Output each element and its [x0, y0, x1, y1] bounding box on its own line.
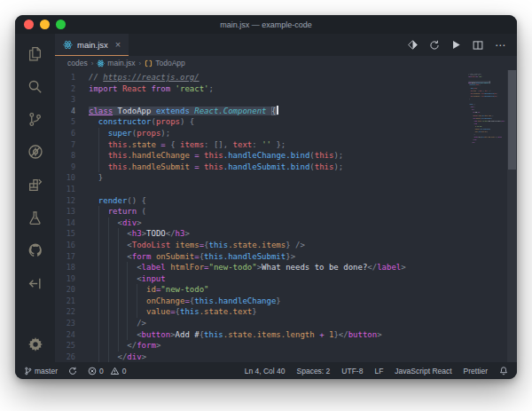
debug-icon[interactable] — [25, 141, 46, 162]
code-line[interactable]: 24 <button>Add #{this.state.items.length… — [55, 329, 466, 341]
code-line[interactable]: 14 <div> — [55, 217, 466, 229]
code-line[interactable]: 9 this.handleSubmit = this.handleSubmit.… — [55, 162, 466, 173]
indent-guide — [108, 273, 109, 285]
code-line[interactable]: 17 <form onSubmit={this.handleSubmit}> — [55, 251, 466, 263]
test-beaker-icon[interactable] — [25, 207, 46, 228]
code-line[interactable]: 16 <TodoList items={this.state.items} /> — [55, 240, 466, 251]
activity-bar — [15, 34, 55, 362]
line-content: id="new-todo" — [87, 284, 208, 296]
code-line[interactable]: 26 </div> — [468, 141, 507, 144]
breadcrumb-separator: › — [91, 59, 94, 67]
line-content: constructor(props) { — [87, 116, 194, 128]
line-content: render() { — [87, 195, 146, 207]
code-token: } — [276, 296, 280, 305]
status-item[interactable]: LF — [374, 367, 383, 375]
extensions-icon[interactable] — [25, 174, 46, 195]
status-item[interactable]: Ln 4, Col 40 — [245, 367, 286, 375]
indent-guide — [118, 284, 119, 296]
indent-guide — [118, 240, 119, 251]
code-line[interactable]: 7 this.state = { items: [], text: '' }; — [55, 139, 466, 151]
settings-gear-icon[interactable] — [25, 334, 46, 355]
code-line[interactable]: 5 constructor(props) { — [55, 116, 466, 128]
error-icon — [88, 367, 97, 375]
line-content: this.handleSubmit = this.handleSubmit.bi… — [87, 162, 343, 173]
code-line[interactable]: 20 id="new-todo" — [55, 284, 466, 296]
minimize-window-icon[interactable] — [40, 20, 50, 29]
run-icon[interactable] — [451, 40, 461, 50]
breadcrumb-file[interactable]: main.jsx — [97, 59, 135, 67]
split-editor-icon[interactable] — [473, 40, 483, 51]
line-number: 21 — [55, 296, 87, 307]
close-window-icon[interactable] — [24, 20, 34, 29]
indent-guide — [98, 206, 99, 217]
more-actions-icon[interactable]: ⋯ — [495, 39, 506, 51]
breadcrumb: codes › main.jsx › — [55, 56, 517, 70]
vertical-scrollbar[interactable] — [507, 70, 517, 362]
code-line[interactable]: 1// https://reactjs.org/ — [55, 72, 466, 83]
zoom-window-icon[interactable] — [56, 20, 66, 29]
code-token: div — [122, 218, 137, 227]
search-icon[interactable] — [25, 75, 46, 97]
line-content: <TodoList items={this.state.items} /> — [87, 240, 305, 251]
sync-icon[interactable] — [429, 40, 440, 51]
indent-guide — [137, 296, 137, 307]
breadcrumb-symbol[interactable]: TodoApp — [145, 59, 185, 67]
indent-guide — [98, 217, 99, 229]
code-token: React.Component — [194, 107, 266, 115]
status-item[interactable]: UTF-8 — [341, 367, 363, 375]
scrollbar-thumb[interactable] — [508, 70, 516, 170]
code-line[interactable]: 23 /> — [55, 318, 466, 329]
problems-status[interactable]: 0 0 — [88, 367, 126, 375]
code-line[interactable]: 25 </form> — [55, 340, 466, 352]
status-item[interactable]: Prettier — [464, 367, 488, 375]
code-line[interactable]: 26 </div> — [55, 352, 466, 362]
code-line[interactable]: 18 <label htmlFor="new-todo">What needs … — [55, 262, 466, 273]
code-token: form — [132, 252, 152, 261]
code-token: .state.items — [228, 241, 286, 249]
explorer-icon[interactable] — [25, 43, 46, 64]
indent-guide — [127, 262, 128, 273]
code-line[interactable]: 22 value={this.state.text} — [55, 306, 466, 318]
code-line[interactable]: 13 return ( — [55, 206, 466, 217]
sync-icon — [68, 367, 77, 375]
source-control-icon[interactable] — [25, 108, 46, 130]
code-line[interactable]: 8 this.handleChange = this.handleChange.… — [55, 150, 466, 162]
code-token: this — [315, 151, 334, 160]
code-line[interactable]: 15 <h3>TODO</h3> — [55, 228, 466, 240]
status-item[interactable]: JavaScript React — [395, 367, 451, 375]
code-token: </ — [339, 330, 348, 339]
breadcrumb-folder[interactable]: codes — [67, 59, 88, 67]
tab-close-icon[interactable]: × — [115, 39, 121, 50]
code-token — [89, 330, 137, 339]
code-line[interactable]: 12 render() { — [55, 195, 466, 207]
code-line[interactable]: 10 } — [55, 172, 466, 184]
indent-guide — [118, 228, 119, 240]
references-icon[interactable] — [25, 273, 46, 294]
tab-main-jsx[interactable]: main.jsx × — [55, 34, 129, 56]
code-token: > — [184, 229, 189, 238]
indent-guide — [108, 318, 109, 329]
code-line[interactable]: 3 — [55, 94, 466, 106]
indent-guide — [98, 150, 99, 162]
editor[interactable]: 1// https://reactjs.org/2import React fr… — [55, 70, 517, 362]
git-branch-status[interactable]: master — [24, 367, 58, 375]
line-number: 24 — [55, 329, 87, 341]
indent-guide — [137, 284, 137, 296]
line-number: 5 — [55, 116, 87, 128]
line-number: 13 — [55, 206, 87, 217]
code-pane[interactable]: 1// https://reactjs.org/2import React fr… — [55, 70, 466, 362]
code-token: "new-todo" — [160, 285, 208, 294]
status-item[interactable]: Spaces: 2 — [297, 367, 331, 375]
sync-status[interactable] — [68, 367, 77, 375]
code-line[interactable]: 2import React from 'react'; — [55, 83, 466, 95]
code-line[interactable]: 19 <input — [55, 273, 466, 285]
code-token: > — [474, 141, 475, 143]
code-line[interactable]: 11 — [55, 184, 466, 195]
format-icon[interactable] — [408, 40, 418, 50]
minimap[interactable]: 1// https://reactjs.org/2import React fr… — [466, 70, 507, 362]
bell-icon[interactable] — [499, 366, 508, 375]
code-line[interactable]: 21 onChange={this.handleChange} — [55, 296, 466, 307]
code-line[interactable]: 4class TodoApp extends React.Component { — [55, 106, 466, 117]
code-line[interactable]: 6 super(props); — [55, 128, 466, 139]
github-icon[interactable] — [25, 240, 46, 261]
